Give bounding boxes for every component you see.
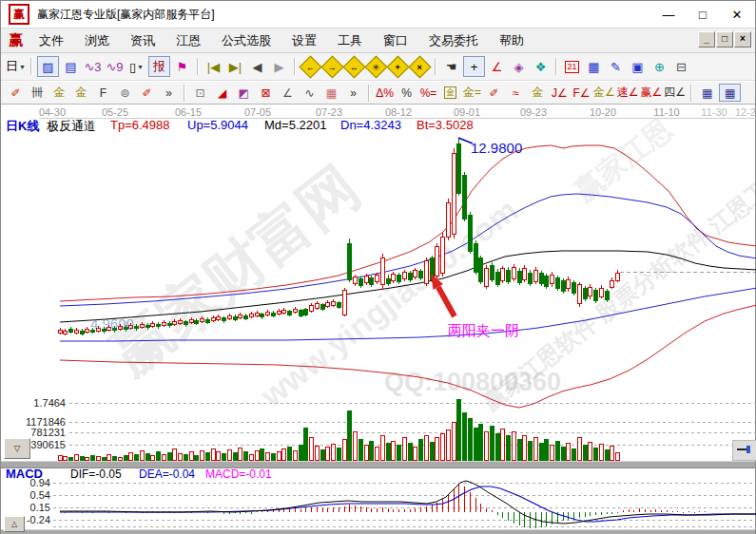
fan-box-tool-icon[interactable]: ◩ (234, 85, 254, 101)
gann-fan-tool-icon[interactable]: ◢ (212, 85, 232, 101)
gold-circle-tool-icon[interactable]: 金 (440, 85, 460, 101)
gold-line-tool-icon[interactable]: 金= (462, 85, 482, 101)
grid-view-2-icon[interactable]: ▦ (719, 84, 741, 102)
menu-item-2[interactable]: 资讯 (120, 33, 165, 48)
app-window: 赢 赢家江恩专业版[赢家内部服务平台] — □ ✕ 赢 文件浏览资讯江恩公式选股… (0, 0, 756, 534)
menu-bar: 赢 文件浏览资讯江恩公式选股设置工具窗口交易委托帮助 (1, 29, 755, 53)
diamond-shape: ✳ (364, 55, 387, 78)
diamond-left-button-icon[interactable]: ← (300, 57, 320, 76)
menu-item-7[interactable]: 窗口 (373, 33, 418, 48)
four-angle-tool-icon[interactable]: 四∠ (664, 85, 686, 101)
more-tools-2-icon[interactable]: » (343, 85, 363, 101)
gold-angle-tool-icon[interactable]: 金∠ (593, 85, 615, 101)
minimize-icon[interactable]: — (658, 8, 679, 22)
diamond-shape: + (386, 55, 409, 78)
collapse-macd-button[interactable]: △ (4, 516, 25, 532)
diamond-both-button-icon[interactable]: ↔ (344, 57, 364, 76)
grid-view-1-icon[interactable]: ▦ (697, 85, 717, 101)
mdi-window-controls: _□× (698, 31, 751, 48)
menu-item-5[interactable]: 设置 (281, 33, 327, 48)
network-button-icon[interactable]: ⊕ (649, 57, 669, 76)
macd-scale-label: 0.15 (3, 502, 50, 513)
gold-bar-tool-icon[interactable]: 金 (528, 85, 548, 101)
mini-scrollbar[interactable] (732, 440, 756, 461)
wave-pct-tool-icon[interactable]: ≈ (506, 85, 526, 101)
info-note-button-icon[interactable]: ▤ (61, 57, 81, 76)
save-button-icon[interactable]: ▣ (628, 57, 648, 76)
diamond-cross-button-icon[interactable]: × (410, 57, 430, 76)
first-page-button-icon[interactable]: |◀ (204, 57, 223, 76)
candle-style-button-icon[interactable]: ▯▼ (126, 57, 146, 76)
calendar-button-icon[interactable]: 21 (562, 57, 582, 76)
crosshair-tool-button-icon[interactable]: + (463, 56, 485, 77)
menu-item-3[interactable]: 江恩 (165, 33, 211, 48)
scrollbar-thumb[interactable] (746, 446, 750, 453)
wave-tool-button-icon[interactable]: ❖ (531, 57, 551, 76)
spiral-tool-icon[interactable]: ⊚ (115, 85, 135, 101)
angle-tool-button-icon[interactable]: ∠ (487, 57, 507, 76)
window-controls: — □ ✕ (658, 1, 747, 28)
chart-window-button-icon[interactable]: ▨ (37, 56, 59, 77)
menu-item-4[interactable]: 公式选股 (211, 33, 281, 48)
wave3-button-icon[interactable]: ∿3 (83, 57, 103, 76)
diamond-plus-button-icon[interactable]: + (388, 57, 408, 76)
menu-item-9[interactable]: 帮助 (489, 33, 534, 48)
wave-line-tool-icon[interactable]: ∿ (300, 85, 320, 101)
toolbar-main: 日▼▨▤∿3∿9▯▼报⚑|◀▶|◀▶←→↔✳+×☚+∠◈❖21▦✎▣⊕⊟ (1, 53, 755, 81)
j-angle-tool-icon[interactable]: J∠ (550, 85, 570, 101)
fib-time-tool-icon[interactable]: 卌 (28, 85, 48, 101)
gann-tool-button-icon[interactable]: ◈ (509, 57, 529, 76)
speed-angle-tool-icon[interactable]: 速∠ (617, 85, 639, 101)
pct-line-tool-icon[interactable]: %= (418, 85, 438, 101)
next-button-icon[interactable]: ▶ (269, 57, 289, 76)
mdi-minimize-icon[interactable]: _ (698, 31, 715, 48)
vol-scale-label: 781231 (3, 427, 66, 438)
prev-button-icon[interactable]: ◀ (247, 57, 267, 76)
macd-scale-label: 0.94 (3, 477, 50, 488)
f-angle-tool-icon[interactable]: F∠ (572, 85, 591, 101)
mdi-restore-icon[interactable]: □ (716, 31, 733, 48)
wave9-button-icon[interactable]: ∿9 (105, 57, 125, 76)
fan-box2-tool-icon[interactable]: ⊠ (256, 85, 276, 101)
mdi-close-icon[interactable]: × (734, 31, 751, 48)
delta-pct-tool-icon[interactable]: Δ% (375, 85, 395, 101)
period-label[interactable]: 日K线 (6, 118, 39, 135)
calculator-button-icon[interactable]: ▦ (584, 57, 604, 76)
report-button-icon[interactable]: 报 (148, 56, 170, 77)
more-tools-1-icon[interactable]: » (159, 85, 179, 101)
kline-style-button-icon[interactable]: 日▼ (6, 57, 26, 76)
date-tick: 09-23 (520, 106, 547, 118)
notes-button-icon[interactable]: ✎ (606, 57, 626, 76)
pen-ruler-tool-icon[interactable]: ✐ (137, 85, 157, 101)
diamond-star-button-icon[interactable]: ✳ (366, 57, 386, 76)
chart-area: 赢家财富网www.yingjia360.comQQ:100800360赢家江恩软… (1, 105, 755, 533)
gold-section-tool-icon[interactable]: 金 (49, 85, 69, 101)
menu-item-6[interactable]: 工具 (327, 33, 373, 48)
brush-tool-icon[interactable]: ✐ (484, 85, 504, 101)
date-tick: 12-20 (735, 106, 756, 118)
win-angle-tool-icon[interactable]: 赢∠ (641, 85, 663, 101)
pct-tool-icon[interactable]: % (397, 85, 417, 101)
collapse-volume-button[interactable]: ▽ (4, 438, 30, 459)
pen-tool-icon[interactable]: ✐ (6, 85, 26, 101)
close-icon[interactable]: ✕ (727, 8, 747, 22)
flag-chart-button-icon[interactable]: ⚑ (172, 57, 192, 76)
hand-tool-button-icon[interactable]: ☚ (441, 57, 461, 76)
menu-item-1[interactable]: 浏览 (74, 33, 120, 48)
last-page-button-icon[interactable]: ▶| (225, 57, 245, 76)
toolbar-separator (197, 58, 199, 75)
menu-item-8[interactable]: 交易委托 (418, 33, 489, 48)
maximize-icon[interactable]: □ (692, 8, 713, 22)
menu-item-0[interactable]: 文件 (29, 33, 74, 48)
print-button-icon[interactable]: ⊟ (671, 57, 691, 76)
angle-line-tool-icon[interactable]: ∠ (278, 85, 298, 101)
toolbar-separator (690, 85, 692, 102)
indicator-value-0: 极反通道 (47, 118, 96, 135)
gold-section2-tool-icon[interactable]: 金 (71, 85, 91, 101)
toolbar-drawing: ✐卌金金F⊚✐»⊡◢◩⊠∠∿▦»Δ%%%=金金=✐≈金J∠F∠金∠速∠赢∠四∠▦… (1, 82, 755, 105)
box-tool-icon[interactable]: ⊡ (190, 85, 210, 101)
diamond-right-button-icon[interactable]: → (322, 57, 342, 76)
toolbar-separator (368, 85, 370, 102)
f-section-tool-icon[interactable]: F (93, 85, 113, 101)
grid-tool-icon[interactable]: ▦ (321, 85, 341, 101)
